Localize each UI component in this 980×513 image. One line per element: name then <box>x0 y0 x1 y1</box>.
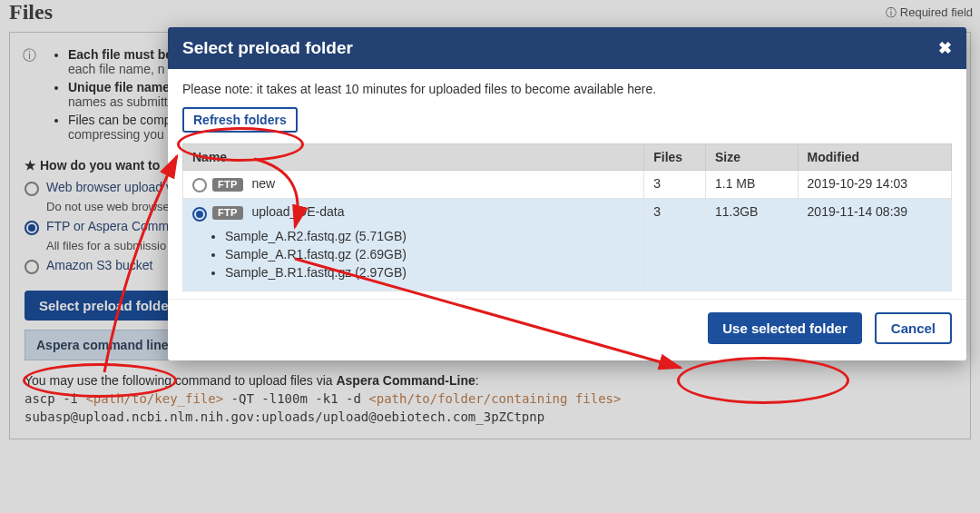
select-preload-folder-modal: Select preload folder ✖ Please note: it … <box>168 27 966 360</box>
folder-modified: 2019-11-14 08:39 <box>798 199 951 291</box>
folder-size: 1.1 MB <box>705 171 798 199</box>
use-selected-folder-button[interactable]: Use selected folder <box>708 312 862 344</box>
folders-table: Name Files Size Modified FTP new 3 1.1 M… <box>182 143 952 291</box>
refresh-folders-button[interactable]: Refresh folders <box>182 107 298 133</box>
row-radio[interactable] <box>192 178 207 192</box>
folder-modified: 2019-10-29 14:03 <box>798 171 951 199</box>
close-icon[interactable]: ✖ <box>938 38 952 58</box>
modal-note: Please note: it takes at least 10 minute… <box>182 82 952 96</box>
col-name: Name <box>183 144 644 171</box>
col-size: Size <box>705 144 798 171</box>
folder-files: 3 <box>644 171 706 199</box>
col-files: Files <box>644 144 706 171</box>
modal-title: Select preload folder <box>182 38 353 58</box>
list-item: Sample_A.R2.fastq.gz (5.71GB) <box>225 227 634 245</box>
row-radio[interactable] <box>192 207 207 222</box>
folder-name: upload_OE-data <box>251 204 344 219</box>
col-modified: Modified <box>798 144 951 171</box>
table-row[interactable]: FTP upload_OE-data Sample_A.R2.fastq.gz … <box>183 199 952 291</box>
list-item: Sample_A.R1.fastq.gz (2.69GB) <box>225 245 634 263</box>
ftp-badge: FTP <box>212 206 243 220</box>
folder-size: 11.3GB <box>705 199 798 291</box>
ftp-badge: FTP <box>212 178 243 192</box>
folder-children: Sample_A.R2.fastq.gz (5.71GB) Sample_A.R… <box>225 227 634 281</box>
folder-files: 3 <box>644 199 706 291</box>
cancel-button[interactable]: Cancel <box>875 312 952 344</box>
folder-name: new <box>251 176 275 191</box>
list-item: Sample_B.R1.fastq.gz (2.97GB) <box>225 263 634 281</box>
table-row[interactable]: FTP new 3 1.1 MB 2019-10-29 14:03 <box>183 171 952 199</box>
